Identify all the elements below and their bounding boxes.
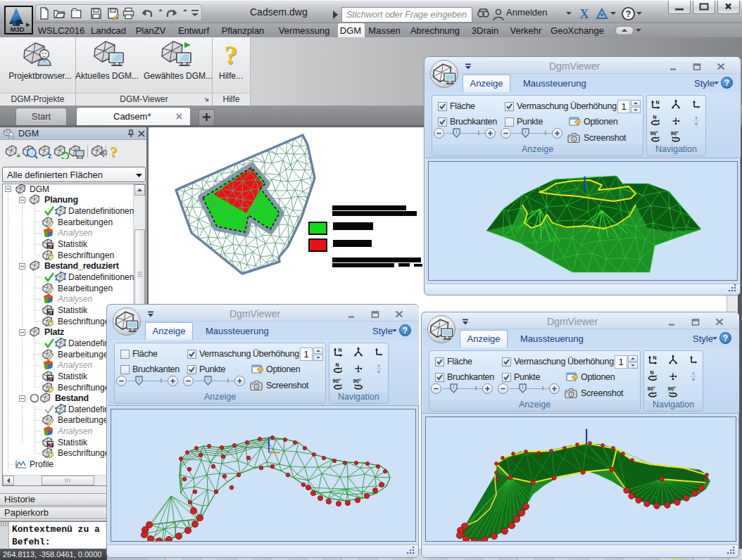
svg-text:N: N [656,100,660,105]
svg-text:N: N [650,370,654,375]
svg-text:90°: 90° [648,386,655,392]
svg-text:N: N [653,115,657,120]
svg-text:N: N [336,362,339,367]
svg-text:90°: 90° [671,130,679,136]
svg-text:90°: 90° [668,386,676,392]
svg-text:N: N [653,355,657,360]
svg-text:90°: 90° [650,130,658,136]
svg-text:90°: 90° [333,378,341,384]
svg-text:N: N [339,348,342,352]
svg-text:90°: 90° [353,378,361,384]
